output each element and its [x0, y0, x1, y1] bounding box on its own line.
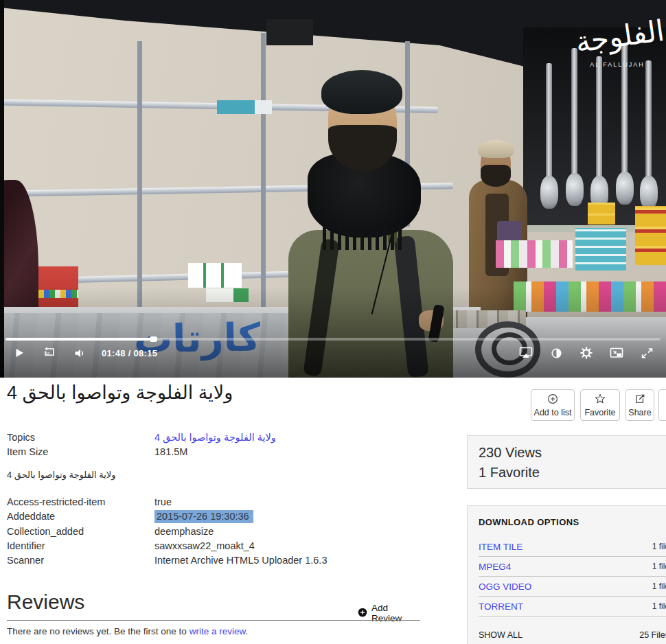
download-row: OGG VIDEO 1 file	[479, 577, 666, 597]
airplay-icon[interactable]	[518, 345, 534, 361]
scene-hookah-base	[540, 176, 558, 209]
time-display: 01:48 / 08:15	[102, 348, 157, 358]
scene-boxes	[588, 203, 615, 225]
download-link-mpeg4[interactable]: MPEG4	[479, 562, 511, 572]
download-count: 1 file	[652, 582, 666, 591]
play-button[interactable]	[11, 345, 27, 361]
favorites-count: 1 Favorite	[479, 463, 666, 483]
download-row: TORRENT 1 file	[479, 597, 666, 617]
show-all-link[interactable]: SHOW ALL	[479, 630, 523, 640]
fullscreen-icon[interactable]	[639, 345, 655, 361]
video-player[interactable]: كارتات الفلوجة AL FALLUJAH	[0, 0, 666, 378]
rewind-10-icon[interactable]: 10	[41, 345, 58, 361]
stats-box: 230 Views 1 Favorite	[467, 435, 666, 489]
share-label: Share	[628, 408, 651, 417]
download-count: 1 file	[652, 562, 666, 571]
progress-handle[interactable]	[150, 336, 157, 342]
write-review-link[interactable]: write a review	[190, 626, 246, 636]
share-icon	[634, 393, 646, 407]
duration: 08:15	[134, 348, 158, 358]
player-controls: 10 01:48 / 08:15	[0, 335, 666, 378]
video-watermark-logo: الفلوجة AL FALLUJAH	[575, 15, 659, 68]
scene-man-beanie	[321, 70, 402, 114]
share-button[interactable]: Share	[625, 389, 654, 421]
scene-hookah	[546, 63, 552, 179]
plus-circle-filled-icon	[357, 607, 368, 620]
metadata-label: Scanner	[7, 555, 148, 566]
reviews-empty-prefix: There are no reviews yet. Be the first o…	[7, 626, 190, 636]
add-to-list-label: Add to list	[534, 408, 572, 417]
scene-shelf-post	[261, 33, 266, 309]
current-time: 01:48	[102, 348, 126, 358]
add-to-list-button[interactable]: Add to list	[531, 389, 575, 421]
download-link-torrent[interactable]: TORRENT	[479, 601, 523, 612]
scene-boxes	[575, 228, 626, 271]
reviews-heading: Reviews	[7, 590, 84, 614]
scene-bottles	[497, 221, 522, 242]
scene-shelf-post	[137, 41, 142, 309]
scene-box	[217, 100, 272, 114]
metadata-value: 181.5M	[154, 446, 187, 457]
scene-person-right-headwrap	[478, 140, 514, 158]
views-count: 230 Views	[479, 443, 666, 463]
download-count: 1 file	[652, 542, 666, 551]
page-title: ولاية الفلوجة وتواصوا بالحق 4	[7, 382, 233, 404]
metadata-value: true	[154, 496, 172, 507]
download-row: ITEM TILE 1 file	[479, 537, 666, 557]
download-options-header: DOWNLOAD OPTIONS	[479, 517, 666, 527]
download-link-item-tile[interactable]: ITEM TILE	[479, 542, 523, 552]
time-separator: /	[128, 348, 131, 358]
download-count: 1 file	[652, 601, 666, 611]
scene-box	[266, 19, 313, 45]
addeddate-highlighted-value: 2015-07-26 19:30:36	[154, 510, 253, 523]
metadata-value: deemphasize	[154, 526, 214, 537]
scene-hookah-base	[616, 172, 634, 205]
favorite-label: Favorite	[584, 408, 615, 417]
reviews-empty-text: There are no reviews yet. Be the first o…	[7, 626, 248, 636]
svg-text:10: 10	[46, 352, 50, 356]
scene-bottles	[496, 240, 573, 268]
reviews-divider	[7, 620, 420, 621]
scene-scarf-fringe	[323, 227, 405, 250]
progress-bar[interactable]	[5, 338, 661, 341]
star-icon	[594, 393, 606, 407]
flag-button[interactable]	[658, 389, 666, 421]
reviews-empty-suffix: .	[245, 626, 248, 636]
picture-in-picture-icon[interactable]	[608, 345, 625, 361]
settings-icon[interactable]	[578, 345, 595, 361]
metadata-label: Addeddate	[7, 511, 148, 522]
scene-hookah	[596, 56, 602, 180]
item-page: كارتات الفلوجة AL FALLUJAH	[0, 0, 666, 644]
favorite-button[interactable]: Favorite	[580, 389, 620, 421]
metadata-label: Access-restricted-item	[7, 496, 148, 507]
total-files: 25 Files	[639, 630, 666, 640]
contrast-icon[interactable]	[548, 345, 564, 361]
scene-boxes	[188, 263, 242, 288]
plus-circle-icon	[547, 393, 559, 407]
scene-boxes	[635, 206, 666, 265]
download-row: MPEG4 1 file	[479, 557, 666, 577]
volume-icon[interactable]	[71, 345, 88, 361]
metadata-label: Item Size	[7, 446, 148, 457]
item-description: ولاية الفلوجة وتواصوا بالحق 4	[7, 470, 116, 480]
topics-link[interactable]: ولاية الفلوجة وتواصوا بالحق 4	[154, 432, 276, 443]
metadata-label: Collection_added	[7, 526, 148, 537]
metadata-label: Identifier	[7, 540, 148, 551]
metadata-label: Topics	[7, 432, 148, 443]
scene-hookah-base	[566, 173, 584, 206]
download-link-ogg-video[interactable]: OGG VIDEO	[479, 582, 531, 592]
scene-hookah	[645, 60, 652, 181]
logo-calligraphy: الفلوجة	[573, 10, 662, 65]
metadata-value: Internet Archive HTML5 Uploader 1.6.3	[154, 555, 327, 566]
metadata-value: sawxxsaw22_moakt_4	[154, 540, 255, 551]
scene-hookah-base	[640, 176, 658, 209]
download-options-box: DOWNLOAD OPTIONS ITEM TILE 1 file MPEG4 …	[467, 505, 666, 644]
scene-person-right-beard	[481, 165, 511, 187]
progress-played	[5, 338, 153, 341]
